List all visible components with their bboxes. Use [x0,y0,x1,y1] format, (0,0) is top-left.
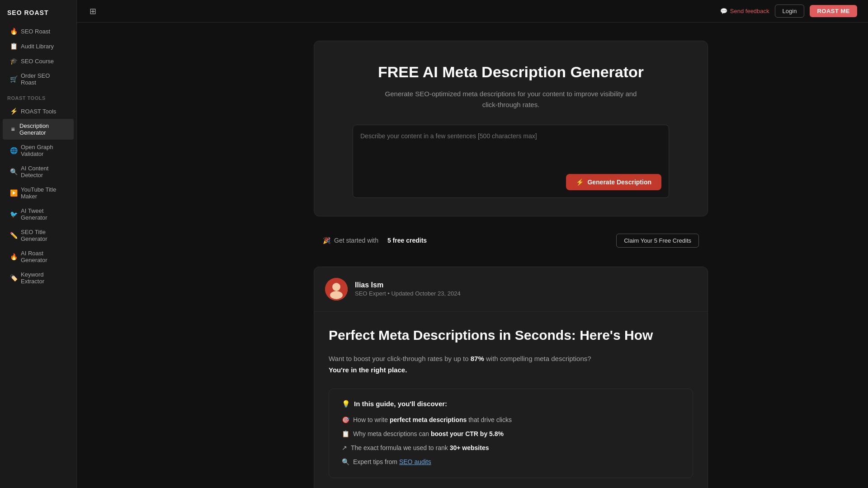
hero-card: FREE AI Meta Description Generator Gener… [314,41,708,216]
intro-bold: You're in the right place. [329,366,407,374]
sidebar-item-seo-title-generator[interactable]: ✏️SEO Title Generator [3,225,74,246]
generate-description-button[interactable]: ⚡ Generate Description [566,174,661,190]
guide-lightbulb-icon: 💡 [342,400,350,408]
hero-subtitle: Generate SEO-optimized meta descriptions… [384,89,637,110]
intro-rest: with compelling meta descriptions? [486,355,591,362]
guide-item-text-1: Why meta descriptions can boost your CTR… [353,429,504,439]
guide-list-item-1: 📋Why meta descriptions can boost your CT… [342,429,680,439]
author-name: Ilias Ism [355,281,461,289]
audit-library-icon: 📋 [10,42,17,50]
guide-box: 💡 In this guide, you'll discover: 🎯How t… [329,389,693,478]
sidebar-item-youtube-title-maker[interactable]: ▶️YouTube Title Maker [3,183,74,203]
sidebar-tool-label-ai-content-detector: AI Content Detector [21,165,66,178]
credits-text: 🎉 Get started with 5 free credits [323,237,427,244]
sidebar-item-description-generator[interactable]: ≡Description Generator [3,119,74,140]
guide-item-text-2: The exact formula we used to rank 30+ we… [351,443,489,453]
sidebar-tool-label-youtube-title-maker: YouTube Title Maker [21,186,66,200]
credits-highlight: 5 free credits [387,237,427,244]
author-section: Ilias Ism SEO Expert • Updated October 2… [314,267,708,312]
guide-box-title-text: In this guide, you'll discover: [354,400,447,408]
keyword-extractor-icon: 🏷️ [10,274,17,282]
author-info: Ilias Ism SEO Expert • Updated October 2… [355,281,461,297]
feedback-label: Send feedback [730,8,769,14]
guide-item-emoji-2: ↗ [342,443,347,453]
sidebar-item-ai-content-detector[interactable]: 🔍AI Content Detector [3,161,74,182]
roast-me-button[interactable]: ROAST ME [810,5,857,17]
seo-roast-icon: 🔥 [10,28,17,35]
sidebar-logo: SEO ROAST [0,7,76,23]
tools-section-label: ROAST Tools [0,90,76,103]
sidebar-item-keyword-extractor[interactable]: 🏷️Keyword Extractor [3,267,74,288]
login-button[interactable]: Login [775,5,805,18]
topbar: ⊞ 💬 Send feedback Login ROAST ME [77,0,868,23]
guide-list-item-3: 🔍Expert tips from SEO audits [342,457,680,467]
sidebar-tool-label-keyword-extractor: Keyword Extractor [21,271,66,285]
generate-icon: ⚡ [576,178,584,186]
description-input-wrapper: ⚡ Generate Description [353,125,669,198]
sidebar-toggle-icon: ⊞ [90,6,96,16]
article-title: Perfect Meta Descriptions in Seconds: He… [329,326,693,344]
guide-item-text-0: How to write perfect meta descriptions t… [353,415,512,425]
credits-emoji: 🎉 [323,237,330,244]
author-avatar [325,278,348,300]
sidebar-toggle-button[interactable]: ⊞ [88,5,98,18]
sidebar-item-roast-tools[interactable]: ⚡ROAST Tools [3,104,74,118]
description-textarea[interactable] [360,132,661,169]
sidebar-item-label-order-seo-roast: Order SEO Roast [21,72,66,86]
generate-label: Generate Description [587,178,651,186]
guide-list: 🎯How to write perfect meta descriptions … [342,415,680,467]
sidebar-tool-nav: ⚡ROAST Tools≡Description Generator🌐Open … [0,103,76,289]
guide-item-link-3[interactable]: SEO audits [399,458,431,465]
guide-item-bold-0: perfect meta descriptions [390,416,467,423]
guide-item-bold-2: 30+ websites [450,444,489,451]
sidebar-tool-label-ai-tweet-generator: AI Tweet Generator [21,207,66,221]
ai-content-detector-icon: 🔍 [10,168,17,175]
sidebar-tool-label-roast-tools: ROAST Tools [21,108,56,115]
author-avatar-image [325,278,348,300]
topbar-right: 💬 Send feedback Login ROAST ME [720,5,857,18]
sidebar-top-nav: 🔥SEO Roast📋Audit Library🎓SEO Course🛒Orde… [0,23,76,90]
sidebar-item-label-seo-course: SEO Course [21,58,54,65]
article-intro: Want to boost your click-through rates b… [329,353,693,376]
sidebar: SEO ROAST 🔥SEO Roast📋Audit Library🎓SEO C… [0,0,77,488]
content-wrapper: Ilias Ism SEO Expert • Updated October 2… [314,267,708,488]
description-generator-icon: ≡ [10,126,16,133]
sidebar-item-label-audit-library: Audit Library [21,43,54,50]
ai-roast-generator-icon: 🔥 [10,253,17,260]
svg-point-1 [332,283,340,291]
guide-list-item-0: 🎯How to write perfect meta descriptions … [342,415,680,425]
intro-percent: 87% [471,355,484,362]
sidebar-item-ai-roast-generator[interactable]: 🔥AI Roast Generator [3,246,74,267]
sidebar-tool-label-seo-title-generator: SEO Title Generator [21,229,66,242]
guide-item-bold-1: boost your CTR by 5.8% [431,430,504,437]
sidebar-tool-label-open-graph-validator: Open Graph Validator [21,144,66,157]
svg-point-2 [330,291,343,299]
credits-bar: 🎉 Get started with 5 free credits Claim … [314,227,708,254]
sidebar-tool-label-ai-roast-generator: AI Roast Generator [21,250,66,263]
main-content: FREE AI Meta Description Generator Gener… [154,23,868,488]
open-graph-validator-icon: 🌐 [10,147,17,154]
send-feedback-button[interactable]: 💬 Send feedback [720,8,769,14]
guide-item-text-3: Expert tips from SEO audits [353,457,431,467]
article-section: Perfect Meta Descriptions in Seconds: He… [314,312,708,488]
sidebar-item-seo-course[interactable]: 🎓SEO Course [3,54,74,68]
credits-intro: Get started with [334,237,378,244]
sidebar-item-audit-library[interactable]: 📋Audit Library [3,39,74,53]
seo-course-icon: 🎓 [10,57,17,65]
intro-text: Want to boost your click-through rates b… [329,355,469,362]
claim-credits-button[interactable]: Claim Your 5 Free Credits [616,234,699,248]
guide-item-emoji-1: 📋 [342,429,349,439]
order-seo-roast-icon: 🛒 [10,75,17,83]
sidebar-item-open-graph-validator[interactable]: 🌐Open Graph Validator [3,140,74,161]
sidebar-item-order-seo-roast[interactable]: 🛒Order SEO Roast [3,69,74,89]
guide-box-title: 💡 In this guide, you'll discover: [342,400,680,408]
topbar-left: ⊞ [88,5,98,18]
sidebar-item-ai-tweet-generator[interactable]: 🐦AI Tweet Generator [3,204,74,225]
guide-list-item-2: ↗The exact formula we used to rank 30+ w… [342,443,680,453]
sidebar-item-label-seo-roast: SEO Roast [21,28,50,35]
sidebar-item-seo-roast[interactable]: 🔥SEO Roast [3,24,74,38]
author-meta: SEO Expert • Updated October 23, 2024 [355,290,461,297]
sidebar-tool-label-description-generator: Description Generator [19,122,66,136]
textarea-footer: ⚡ Generate Description [360,170,661,190]
youtube-title-maker-icon: ▶️ [10,189,17,197]
